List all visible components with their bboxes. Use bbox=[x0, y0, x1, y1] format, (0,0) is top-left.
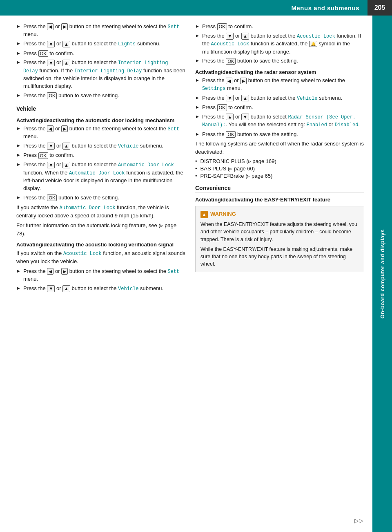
mono-vehicle3: Vehicle bbox=[297, 96, 317, 101]
ok-btn: OK bbox=[47, 194, 57, 201]
list-item: ► Press the ▼ or ▲ button to select the … bbox=[195, 94, 364, 102]
down-btn: ▼ bbox=[47, 143, 55, 149]
list-item: ► Press the OK button to save the settin… bbox=[195, 131, 364, 139]
mono-lights: Lights bbox=[118, 41, 136, 47]
ok-btn: OK bbox=[217, 23, 227, 30]
list-item: ► Press OK to confirm. bbox=[16, 50, 185, 58]
list-item: ► Press OK to confirm. bbox=[16, 152, 185, 159]
up-btn: ▲ bbox=[62, 60, 70, 66]
mono-settings: Settings bbox=[202, 86, 226, 92]
up-btn: ▲ bbox=[62, 162, 70, 168]
bullet-text: Press the ◀ or ▶ button on the steering … bbox=[202, 77, 364, 92]
auto-door-body-2: For further information on the automatic… bbox=[16, 221, 185, 237]
bullet-text: Press the ▼ or ▲ button to select the Ac… bbox=[202, 32, 364, 56]
mono-adl2: Automatic Door Lock bbox=[69, 170, 125, 176]
list-item: BAS PLUS (▹ page 60) bbox=[195, 165, 364, 172]
ok-btn: OK bbox=[47, 92, 57, 99]
bullet-arrow-icon: ► bbox=[195, 131, 200, 138]
mono-sett: Sett bbox=[168, 24, 180, 30]
bullet-arrow-icon: ► bbox=[16, 285, 21, 292]
up-btn: ▲ bbox=[62, 285, 70, 292]
bullet-arrow-icon: ► bbox=[16, 125, 21, 132]
mono-al2: Acoustic Lock bbox=[297, 34, 335, 39]
list-item: ► Press the ◀ or ▶ button on the steerin… bbox=[16, 125, 185, 141]
content-area: ► Press the ◀ or ▶ button on the steerin… bbox=[0, 16, 372, 532]
confirm-bullet-list: ► Press OK to confirm. ► Press the ▼ or … bbox=[195, 23, 364, 65]
left-btn: ◀ bbox=[47, 125, 53, 132]
bullet-text: Press OK to confirm. bbox=[202, 23, 364, 31]
bell-symbol: 🔔 bbox=[309, 41, 317, 47]
bullet-text: Press the OK button to save the setting. bbox=[202, 57, 364, 65]
list-item: ► Press the ▼ or ▲ button to select the … bbox=[195, 32, 364, 56]
easy-entry-subtitle: Activating/deactivating the EASY-ENTRY/E… bbox=[195, 197, 364, 203]
down-btn: ▼ bbox=[241, 114, 249, 120]
warning-box: ▲ WARNING When the EASY-ENTRY/EXIT featu… bbox=[195, 206, 364, 272]
list-item: ► Press the ▲ or ▼ button to select Rada… bbox=[195, 113, 364, 129]
mono-al: Acoustic Lock bbox=[63, 251, 102, 257]
right-btn: ▶ bbox=[61, 125, 68, 132]
up-btn: ▲ bbox=[226, 114, 234, 120]
ok-btn: OK bbox=[226, 131, 236, 138]
list-item: ► Press the ◀ or ▶ button on the steerin… bbox=[16, 23, 185, 38]
acoustic-bullet-list: ► Press the ◀ or ▶ button on the steerin… bbox=[16, 268, 185, 293]
header-teal: Menus and submenus bbox=[0, 0, 368, 16]
bullet-arrow-icon: ► bbox=[16, 92, 21, 99]
mono-enabled: Enabled bbox=[307, 122, 327, 128]
acoustic-subtitle: Activating/deactivating the acoustic loc… bbox=[16, 241, 185, 248]
left-btn: ◀ bbox=[47, 268, 53, 275]
bullet-text: Press the OK button to save the setting. bbox=[23, 194, 185, 202]
intro-bullet-list: ► Press the ◀ or ▶ button on the steerin… bbox=[16, 23, 185, 100]
bullet-text: Press the ◀ or ▶ button on the steering … bbox=[23, 268, 185, 283]
up-btn: ▲ bbox=[241, 95, 249, 101]
list-item: ► Press the ▼ or ▲ button to select the … bbox=[16, 40, 185, 48]
bullet-text: Press the ▼ or ▲ button to select the Ve… bbox=[202, 94, 364, 102]
down-btn: ▼ bbox=[47, 162, 55, 168]
ok-btn: OK bbox=[38, 50, 48, 57]
bullet-text: Press the ▼ or ▲ button to select the Ve… bbox=[23, 285, 185, 293]
bullet-text: Press OK to confirm. bbox=[23, 50, 185, 58]
ok-btn: OK bbox=[217, 104, 227, 111]
warning-title: ▲ WARNING bbox=[200, 210, 359, 218]
bullet-arrow-icon: ► bbox=[16, 40, 21, 47]
bullet-arrow-icon: ► bbox=[195, 104, 200, 111]
bullet-text: Press the ◀ or ▶ button on the steering … bbox=[23, 23, 185, 38]
bullet-text: Press the ◀ or ▶ button on the steering … bbox=[23, 125, 185, 141]
right-btn: ▶ bbox=[61, 268, 68, 275]
bullet-text: Press OK to confirm. bbox=[202, 104, 364, 112]
right-btn: ▶ bbox=[61, 23, 68, 30]
mono-disabled: Disabled bbox=[335, 122, 359, 128]
list-item: ► Press the ▼ or ▲ button to select the … bbox=[16, 142, 185, 150]
mono-sett2: Sett bbox=[168, 269, 180, 275]
footer-arrow: ▷▷ bbox=[354, 517, 363, 524]
down-btn: ▼ bbox=[226, 95, 234, 101]
bullet-text: Press the ▼ or ▲ button to select the Au… bbox=[23, 161, 185, 192]
mono-radar: Radar Sensor (See Oper. Manual): bbox=[202, 114, 356, 128]
list-item: PRE-SAFE® Brake (▹ page 65) bbox=[195, 173, 364, 179]
down-btn: ▼ bbox=[226, 33, 234, 39]
right-column: ► Press OK to confirm. ► Press the ▼ or … bbox=[195, 23, 364, 525]
list-item: ► Press the ▼ or ▲ button to select the … bbox=[16, 161, 185, 192]
mono-ild2: Interior Lighting Delay bbox=[74, 68, 142, 74]
two-column-layout: ► Press the ◀ or ▶ button on the steerin… bbox=[16, 23, 364, 525]
up-btn: ▲ bbox=[62, 143, 70, 149]
bullet-text: Press the OK button to save the setting. bbox=[202, 131, 364, 139]
main-layout: ► Press the ◀ or ▶ button on the steerin… bbox=[0, 16, 392, 532]
left-column: ► Press the ◀ or ▶ button on the steerin… bbox=[16, 23, 185, 525]
down-btn: ▼ bbox=[47, 41, 55, 47]
bullet-arrow-icon: ► bbox=[16, 50, 21, 57]
auto-door-body-1: If you activate the Automatic Door Lock … bbox=[16, 203, 185, 220]
mono-adl: Automatic Door Lock bbox=[118, 162, 174, 168]
ok-btn: OK bbox=[226, 58, 236, 65]
vehicle-section-title: Vehicle bbox=[16, 105, 185, 113]
sidebar-label: On-board computer and displays bbox=[379, 229, 385, 319]
left-btn: ◀ bbox=[226, 78, 232, 84]
bullet-text: Press the ▼ or ▲ button to select the Li… bbox=[23, 40, 185, 48]
list-item: ► Press the ▼ or ▲ button to select the … bbox=[16, 59, 185, 90]
warning-text-1: When the EASY-ENTRY/EXIT feature adjusts… bbox=[200, 221, 359, 243]
auto-door-bullet-list: ► Press the ◀ or ▶ button on the steerin… bbox=[16, 125, 185, 202]
convenience-section-title: Convenience bbox=[195, 185, 364, 192]
bullet-arrow-icon: ► bbox=[195, 77, 200, 84]
down-btn: ▼ bbox=[47, 285, 55, 292]
bullet-text: Press OK to confirm. bbox=[23, 152, 185, 159]
list-item: ► Press OK to confirm. bbox=[195, 104, 364, 112]
